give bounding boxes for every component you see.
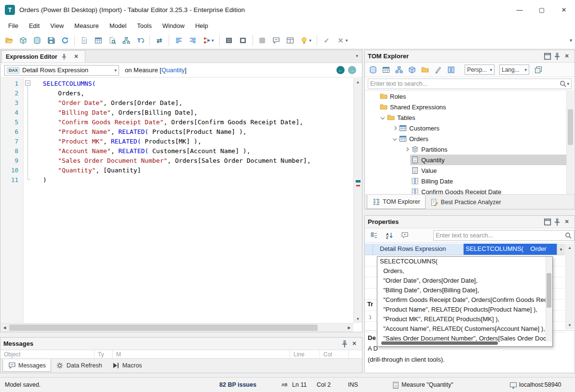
tab-tom-explorer[interactable]: TOM Explorer	[367, 195, 426, 209]
tree-scroll-thumb[interactable]	[568, 109, 573, 145]
tom-search-input[interactable]	[370, 80, 559, 87]
tab-messages[interactable]: Messages	[2, 359, 51, 372]
fold-collapse-button[interactable]: –	[25, 80, 30, 86]
popup-vertical-scrollbar[interactable]	[546, 257, 552, 341]
tree-item-billing-date[interactable]: Billing Date	[365, 176, 574, 186]
view-scripts-button[interactable]	[432, 64, 443, 75]
search-icon[interactable]	[559, 79, 567, 88]
view-hierarchies-button[interactable]	[393, 64, 404, 75]
float-panel-icon[interactable]	[543, 52, 552, 61]
translations-button[interactable]: T	[134, 34, 147, 46]
navigate-forward-button[interactable]: →	[348, 66, 356, 74]
save-button[interactable]	[44, 34, 57, 46]
pin-icon[interactable]	[340, 340, 349, 348]
pin-icon[interactable]	[552, 218, 562, 226]
comments-button[interactable]	[270, 34, 283, 46]
open-file-button[interactable]	[2, 34, 15, 46]
minimize-button[interactable]: —	[508, 0, 531, 19]
menu-window[interactable]: Window	[157, 20, 190, 31]
close-panel-icon[interactable]: ✕	[562, 52, 572, 61]
scroll-up-icon[interactable]: ▲	[354, 78, 362, 86]
tab-macros[interactable]: Macros	[107, 359, 147, 371]
tree-item-shared-expressions[interactable]: Shared Expressions	[365, 102, 574, 112]
menu-file[interactable]: File	[3, 20, 24, 31]
menu-help[interactable]: Help	[190, 20, 214, 31]
tab-data-refresh[interactable]: Data Refresh	[51, 359, 107, 371]
menu-view[interactable]: View	[45, 20, 69, 31]
chevron-collapsed-icon[interactable]	[392, 126, 396, 130]
tree-item-quantity[interactable]: Quantity	[365, 155, 574, 165]
messages-column-line[interactable]: Line	[290, 350, 320, 358]
menu-model[interactable]: Model	[104, 20, 132, 31]
code-line[interactable]: "Product MK", RELATED( Products[MK] ),	[43, 137, 353, 146]
screenshot-button[interactable]	[256, 34, 269, 46]
messages-column-object[interactable]: Object	[0, 350, 94, 358]
tree-scrollbar[interactable]	[566, 91, 574, 195]
close-panel-icon[interactable]: ✕	[349, 340, 359, 348]
code-line[interactable]: "Quantity", [Quantity]	[43, 166, 353, 175]
code-line[interactable]: "Sales Order Document Number", Orders[Sa…	[43, 156, 353, 166]
refresh-button[interactable]	[58, 34, 71, 46]
bp-issues-status[interactable]: 82 BP issues	[219, 378, 256, 392]
chevron-collapsed-icon[interactable]	[404, 147, 408, 151]
editor-horizontal-scrollbar[interactable]: ◀ ▶	[0, 323, 353, 332]
scroll-right-icon[interactable]: ▶	[345, 324, 353, 332]
editor-vertical-scrollbar[interactable]: ▲ ▼	[353, 78, 362, 323]
deploy-button[interactable]	[30, 34, 43, 46]
new-table-button[interactable]	[92, 34, 105, 46]
property-value[interactable]: SELECTCOLUMNS( Order	[464, 244, 557, 255]
properties-search-input[interactable]	[436, 232, 564, 239]
code-line[interactable]: "Order Date", Orders[Order Date],	[43, 98, 353, 108]
messages-column-m[interactable]: M	[113, 350, 290, 358]
expression-type-select[interactable]: DAX Detail Rows Expression ▾	[4, 65, 119, 76]
perspective-select[interactable]: Persp...▾	[465, 65, 495, 75]
popup-scroll-thumb[interactable]	[547, 273, 551, 308]
messages-column-ty[interactable]: Ty	[94, 350, 113, 358]
float-panel-icon[interactable]	[543, 218, 552, 226]
import-tables-button[interactable]	[223, 34, 236, 46]
find-object-button[interactable]	[106, 34, 119, 46]
property-help-button[interactable]	[398, 229, 411, 241]
view-columns-button[interactable]	[445, 64, 456, 75]
tom-search-box[interactable]: ▾	[368, 78, 572, 89]
search-options-icon[interactable]: ▾	[567, 81, 569, 86]
export-data-button[interactable]	[237, 34, 250, 46]
toolbar-overflow-button[interactable]: ▾	[570, 38, 572, 43]
navigate-back-button[interactable]: ←	[336, 66, 345, 74]
language-select[interactable]: Lang...▾	[499, 65, 529, 75]
menu-measure[interactable]: Measure	[69, 20, 104, 31]
best-practices-button[interactable]: ▾	[298, 34, 314, 46]
pin-icon[interactable]	[552, 52, 562, 61]
relationships-button[interactable]: ⇄	[153, 34, 166, 46]
view-tables-button[interactable]	[380, 64, 391, 75]
code-line[interactable]: "Account Name", RELATED( Customers[Accou…	[43, 146, 353, 156]
properties-search-box[interactable]	[433, 230, 575, 241]
expression-editor-tab[interactable]: Expression Editor ✕	[1, 50, 85, 63]
format-dax-alt-button[interactable]	[186, 34, 199, 46]
code-editor[interactable]: SELECTCOLUMNS( Orders, "Order Date", Ord…	[32, 79, 353, 323]
tree-item-partitions[interactable]: Partitions	[365, 144, 574, 155]
pin-icon[interactable]	[60, 52, 68, 61]
tree-item-customers[interactable]: Customers	[365, 123, 574, 133]
scroll-left-icon[interactable]: ◀	[0, 324, 9, 332]
close-tab-icon[interactable]: ✕	[71, 52, 81, 61]
scroll-down-icon[interactable]: ▼	[354, 315, 362, 323]
categorized-button[interactable]	[367, 229, 380, 241]
search-icon[interactable]	[564, 231, 572, 239]
chevron-expanded-icon[interactable]	[392, 137, 396, 141]
preferences-button[interactable]	[284, 34, 297, 46]
messages-column-col[interactable]: Col	[320, 350, 349, 358]
view-model-button[interactable]	[367, 64, 378, 75]
reject-changes-button[interactable]: ✕▾	[334, 34, 350, 46]
code-line[interactable]: )	[43, 175, 353, 185]
scroll-down-icon[interactable]: ▼	[566, 321, 574, 329]
property-dropdown-button[interactable]: ▾	[557, 244, 565, 255]
format-dax-button[interactable]	[172, 34, 185, 46]
code-line[interactable]: "Product Name", RELATED( Products[Produc…	[43, 127, 353, 137]
accept-changes-button[interactable]: ✓	[320, 34, 333, 46]
menu-edit[interactable]: Edit	[24, 20, 45, 31]
code-line[interactable]: Orders,	[43, 89, 353, 98]
context-object-link[interactable]: Quantity	[161, 66, 185, 74]
new-measure-button[interactable]	[78, 34, 91, 46]
code-line[interactable]: "Billing Date", Orders[Billing Date],	[43, 108, 353, 118]
